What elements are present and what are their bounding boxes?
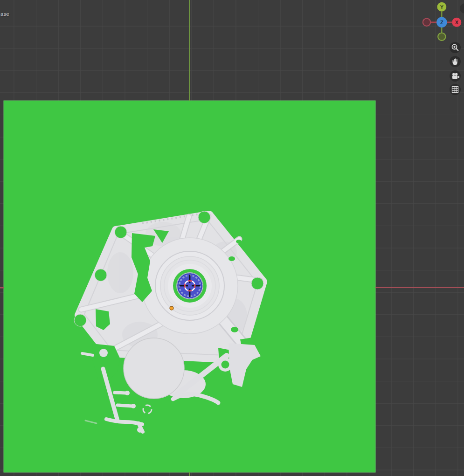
gizmo-axis-y-neg[interactable] [438,33,445,41]
grid-icon [450,85,460,94]
gizmo-axis-z[interactable]: Z [436,17,447,28]
gizmo-axis-y[interactable]: Y [437,2,446,12]
gizmo-axis-x[interactable]: X [452,18,461,27]
center-gear[interactable] [173,269,207,303]
magnifier-plus-icon [450,43,460,52]
flange-corner-knob [99,349,108,357]
object-origin-dot [170,306,173,310]
movie-camera-icon [450,71,460,81]
gizmo-x-label: X [455,20,459,25]
navigation-gizmo[interactable]: Y X Z [421,0,464,43]
camera-view-button[interactable] [450,70,461,82]
toggle-grid-button[interactable] [450,84,461,95]
zoom-button[interactable] [450,42,461,53]
move-view-button[interactable] [450,56,461,67]
gizmo-y-label: Y [440,4,444,10]
gizmo-z-label: Z [440,20,443,25]
hud-label: ase [0,11,9,17]
gizmo-axis-x-neg[interactable] [423,19,430,26]
viewport-3d[interactable] [0,0,464,476]
hand-icon [450,57,460,66]
